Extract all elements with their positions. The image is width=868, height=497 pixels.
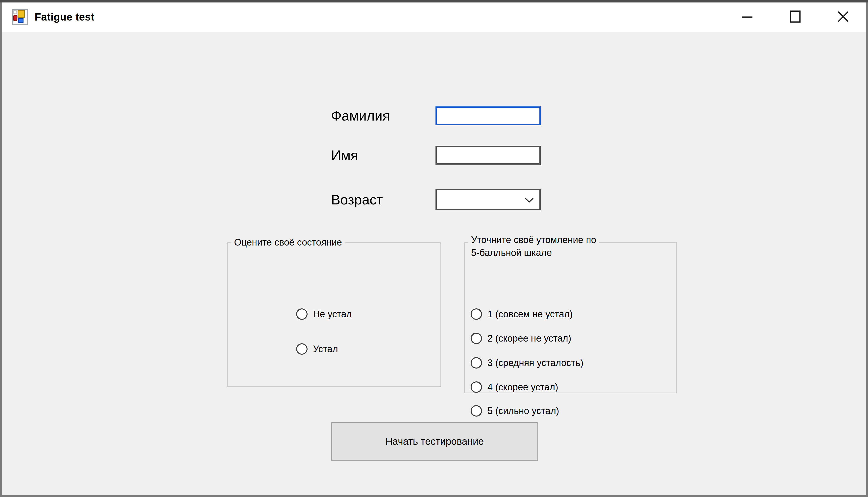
radio-circle-icon — [296, 308, 307, 320]
screen-edge-top — [0, 0, 868, 2]
radio-label: 2 (скорее не устал) — [488, 333, 571, 344]
maximize-icon — [790, 10, 801, 24]
age-label: Возраст — [331, 188, 383, 211]
radio-option-scale-3[interactable]: 3 (средняя усталость) — [471, 357, 583, 369]
radio-label: 5 (сильно устал) — [488, 405, 559, 416]
radio-label: 3 (средняя усталость) — [488, 357, 583, 369]
app-window: Fatigue test — [2, 2, 866, 495]
close-icon — [838, 11, 849, 23]
form-client-area: Фамилия Имя Возраст Оцените своё состоян… — [2, 32, 866, 495]
fatigue-groupbox: Уточните своё утомление по 5-балльной шк… — [464, 242, 677, 393]
radio-option-scale-5[interactable]: 5 (сильно устал) — [471, 405, 559, 416]
window-title: Fatigue test — [35, 11, 95, 23]
name-label: Имя — [331, 144, 358, 167]
surname-label: Фамилия — [331, 104, 390, 127]
radio-circle-icon — [471, 333, 482, 344]
surname-input[interactable] — [435, 106, 541, 125]
radio-circle-icon — [471, 381, 482, 393]
fatigue-group-title-line1: Уточните своё утомление по — [471, 233, 596, 246]
radio-label: 4 (скорее устал) — [488, 381, 558, 393]
start-test-button[interactable]: Начать тестирование — [331, 422, 538, 461]
radio-label: Не устал — [313, 308, 352, 320]
state-groupbox: Оцените своё состояние Не устал Устал — [227, 242, 441, 387]
minimize-icon — [741, 15, 753, 19]
age-combobox[interactable] — [435, 189, 541, 210]
window-controls — [714, 2, 858, 32]
fatigue-group-title: Уточните своё утомление по 5-балльной шк… — [468, 233, 599, 259]
radio-circle-icon — [471, 308, 482, 320]
radio-circle-icon — [471, 405, 482, 416]
fatigue-group-title-line2: 5-балльной шкале — [471, 246, 596, 259]
radio-label: Устал — [313, 343, 338, 355]
radio-option-tired[interactable]: Устал — [296, 343, 338, 355]
app-icon — [12, 9, 28, 25]
minimize-button[interactable] — [733, 2, 762, 32]
radio-option-scale-1[interactable]: 1 (совсем не устал) — [471, 308, 573, 320]
titlebar: Fatigue test — [2, 2, 866, 32]
maximize-button[interactable] — [780, 2, 810, 32]
screenshot-root: Fatigue test — [0, 0, 868, 497]
state-group-title: Оцените своё состояние — [231, 236, 345, 249]
radio-circle-icon — [471, 357, 482, 369]
radio-option-scale-4[interactable]: 4 (скорее устал) — [471, 381, 558, 393]
radio-circle-icon — [296, 343, 307, 355]
radio-option-scale-2[interactable]: 2 (скорее не устал) — [471, 333, 571, 344]
radio-option-not-tired[interactable]: Не устал — [296, 308, 352, 320]
close-button[interactable] — [828, 2, 858, 32]
name-input[interactable] — [435, 146, 541, 165]
chevron-down-icon — [524, 194, 534, 205]
radio-label: 1 (совсем не устал) — [488, 308, 573, 320]
